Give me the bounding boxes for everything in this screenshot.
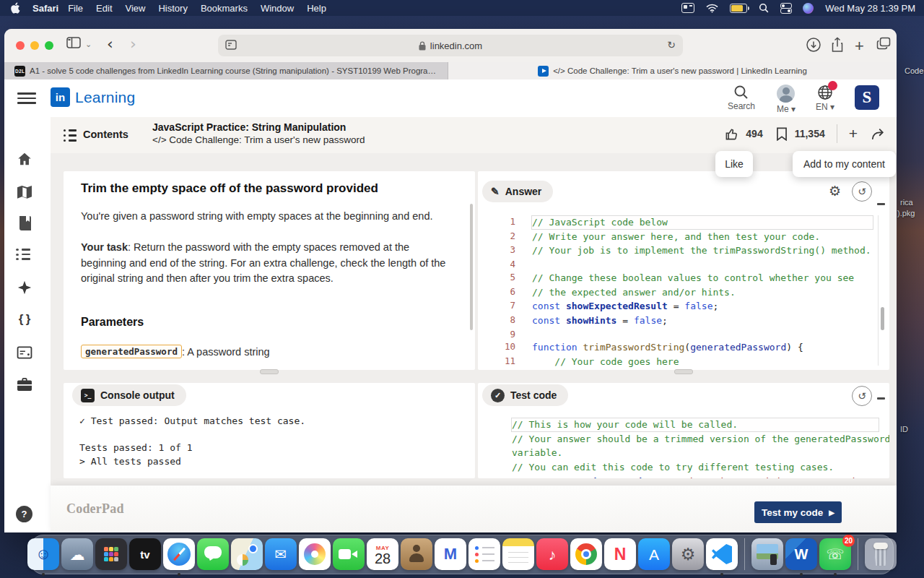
dock-icon-vscode[interactable]: [706, 538, 738, 570]
add-to-content-icon[interactable]: +: [849, 125, 858, 142]
minimize-window-button[interactable]: [30, 41, 39, 50]
dock-icon-settings[interactable]: ⚙: [672, 538, 704, 570]
code-line[interactable]: 1// JavaScript code below: [478, 215, 879, 230]
dock-icon-mail[interactable]: ✉: [265, 538, 297, 570]
code-line[interactable]: 7const showExpectedResult = false;: [478, 299, 879, 314]
map-icon[interactable]: [16, 184, 33, 201]
resize-handle[interactable]: [260, 369, 279, 374]
menu-item-bookmarks[interactable]: Bookmarks: [201, 3, 248, 14]
dock-icon-appletv[interactable]: tv: [129, 538, 161, 570]
dock-icon-news[interactable]: N: [604, 538, 636, 570]
home-icon[interactable]: [16, 150, 33, 168]
battery-icon[interactable]: [730, 4, 747, 13]
sparkle-icon[interactable]: [16, 279, 33, 296]
dock-icon-finder[interactable]: ☺: [27, 538, 59, 570]
code-braces-icon[interactable]: { }: [16, 311, 33, 328]
sidebar-toggle-icon[interactable]: [66, 37, 81, 48]
menu-clock[interactable]: Wed May 28 1:39 PM: [825, 3, 915, 14]
console-output-tab[interactable]: >_ Console output: [72, 384, 186, 406]
close-window-button[interactable]: [16, 41, 25, 50]
code-line[interactable]: 2// Write your answer here, and then tes…: [478, 230, 879, 244]
briefcase-icon[interactable]: [16, 376, 33, 393]
tab-overview-icon[interactable]: [876, 37, 891, 50]
dock-icon-facetime[interactable]: [333, 538, 365, 570]
dock-icon-notes[interactable]: [502, 538, 534, 570]
dock-icon-downloads[interactable]: [751, 538, 783, 570]
editor-scrollbar[interactable]: [878, 215, 885, 366]
code-line[interactable]: 5// Change these boolean values to contr…: [478, 271, 879, 285]
code-line[interactable]: variable.: [511, 446, 885, 460]
test-code-tab[interactable]: ✓ Test code: [482, 384, 568, 406]
menu-item-window[interactable]: Window: [261, 3, 294, 14]
dock-icon-appstore[interactable]: A: [638, 538, 670, 570]
code-line[interactable]: // You can edit this code to try differe…: [511, 460, 885, 475]
menu-item-history[interactable]: History: [158, 3, 187, 14]
help-button[interactable]: ?: [16, 506, 32, 522]
search-button[interactable]: Search: [728, 85, 755, 111]
dock-icon-messages[interactable]: [197, 538, 229, 570]
new-tab-icon[interactable]: +: [855, 37, 864, 56]
library-icon[interactable]: [16, 215, 33, 232]
dock-icon-calendar[interactable]: MAY28: [367, 538, 398, 570]
code-line[interactable]: 6// the expected answer and/or hints.: [478, 285, 879, 300]
reset-code-icon[interactable]: ↺: [852, 181, 872, 202]
dock-icon-reminders[interactable]: [468, 538, 500, 570]
menu-app-name[interactable]: Safari: [32, 3, 58, 14]
dock-icon-maps[interactable]: [231, 538, 263, 570]
menu-item-help[interactable]: Help: [307, 3, 326, 14]
menu-item-file[interactable]: File: [68, 3, 83, 14]
forward-button[interactable]: ›: [130, 37, 136, 51]
share-icon[interactable]: [830, 37, 845, 53]
wifi-icon[interactable]: [706, 4, 718, 13]
bookmark-icon[interactable]: [776, 127, 788, 141]
code-line[interactable]: 3// Your job is to implement the trimPas…: [478, 243, 879, 258]
code-line[interactable]: 8const showHints = false;: [478, 314, 879, 328]
contents-label[interactable]: Contents: [83, 129, 128, 140]
like-icon[interactable]: [725, 127, 738, 141]
dock-icon-whatsapp[interactable]: ☏20: [819, 538, 851, 570]
me-menu[interactable]: Me ▾: [777, 85, 796, 114]
dock-icon-safari[interactable]: [163, 538, 195, 570]
dock-icon-launchpad[interactable]: [95, 538, 127, 570]
reset-test-code-icon[interactable]: ↺: [852, 386, 872, 406]
dock-icon-music[interactable]: ♪: [536, 538, 568, 570]
dock-icon-chrome[interactable]: [570, 538, 602, 570]
sheridan-logo[interactable]: S: [855, 85, 879, 110]
apple-menu-icon[interactable]: [10, 2, 21, 14]
dock-icon-photos[interactable]: [299, 538, 331, 570]
sidebar-chevron-icon[interactable]: ⌄: [85, 40, 92, 49]
menu-item-edit[interactable]: Edit: [96, 3, 112, 14]
contents-icon[interactable]: [64, 129, 77, 142]
linkedin-learning-logo[interactable]: in Learning: [51, 87, 135, 107]
share-arrow-icon[interactable]: [871, 127, 885, 140]
tab-linkedin-learning[interactable]: </> Code Challenge: Trim a user's new pa…: [448, 62, 897, 79]
list-icon[interactable]: [16, 249, 30, 260]
answer-code-editor[interactable]: 1// JavaScript code below2// Write your …: [478, 215, 879, 370]
menu-item-view[interactable]: View: [126, 3, 146, 14]
dock-icon-miro[interactable]: M: [435, 538, 466, 570]
spotlight-icon[interactable]: [759, 3, 769, 13]
page-settings-icon[interactable]: [225, 40, 237, 50]
control-center-icon[interactable]: [780, 3, 791, 14]
scrollbar-thumb[interactable]: [881, 307, 884, 330]
code-line[interactable]: // Your answer should be a trimmed versi…: [511, 432, 885, 447]
code-line[interactable]: const generatedPassword = ' 9vud9z9WTb5R…: [511, 475, 885, 478]
code-line[interactable]: 9: [478, 328, 879, 341]
dock-icon-word[interactable]: W: [785, 538, 817, 570]
language-menu[interactable]: EN ▾: [816, 85, 834, 112]
test-code-editor[interactable]: // This is how your code will be called.…: [511, 418, 885, 478]
settings-gear-icon[interactable]: ⚙: [829, 183, 841, 199]
certificate-icon[interactable]: [16, 344, 33, 361]
dock-icon-contacts[interactable]: [401, 538, 432, 570]
hamburger-menu-icon[interactable]: [17, 92, 36, 104]
dock-icon-weather[interactable]: ☁: [61, 538, 93, 570]
test-my-code-button[interactable]: Test my code ▶: [754, 501, 842, 523]
resize-handle[interactable]: [674, 369, 693, 374]
downloads-icon[interactable]: [806, 37, 821, 53]
code-line[interactable]: 11 // Your code goes here: [478, 355, 879, 369]
back-button[interactable]: ‹: [107, 37, 113, 51]
widgets-icon[interactable]: [681, 3, 694, 13]
address-bar[interactable]: linkedin.com ↻: [218, 35, 683, 56]
collapse-panel-icon[interactable]: [877, 397, 885, 400]
siri-icon[interactable]: [803, 3, 814, 14]
